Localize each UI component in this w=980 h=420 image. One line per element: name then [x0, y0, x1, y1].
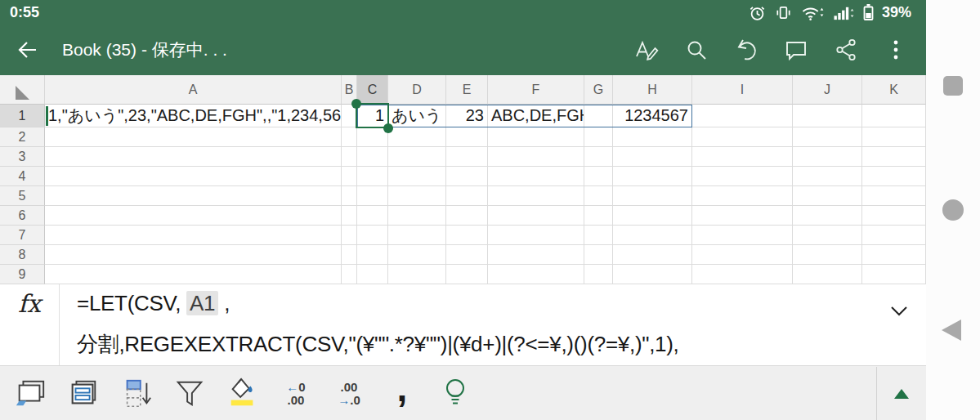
cell-D5[interactable]: [388, 186, 446, 206]
cell-I2[interactable]: [692, 127, 793, 147]
cell-B8[interactable]: [342, 245, 357, 265]
cell-K3[interactable]: [862, 147, 926, 167]
cell-reference-token[interactable]: A1: [186, 291, 218, 315]
cell-F1[interactable]: ABC,DE,FGH: [488, 105, 584, 127]
formula-input[interactable]: =LET(CSV, A1 , 分割,REGEXEXTRACT(CSV,"(¥""…: [77, 284, 878, 365]
cell-H3[interactable]: [613, 147, 692, 167]
cell-A1[interactable]: 1,"あいう",23,"ABC,DE,FGH",,"1,234,567": [45, 105, 342, 127]
cell-H2[interactable]: [613, 127, 692, 147]
cell-C3[interactable]: [357, 147, 388, 167]
cell-K4[interactable]: [862, 167, 926, 186]
cell-K1[interactable]: [862, 105, 926, 127]
cell-F6[interactable]: [488, 206, 584, 226]
cell-F2[interactable]: [488, 127, 584, 147]
cell-F4[interactable]: [488, 167, 584, 186]
formula-bar-collapse-icon[interactable]: [887, 299, 911, 324]
back-arrow-icon[interactable]: [13, 36, 41, 64]
cell-E6[interactable]: [446, 206, 488, 226]
cell-H1[interactable]: 1234567: [613, 105, 692, 127]
cell-D6[interactable]: [388, 206, 446, 226]
comment-icon[interactable]: [782, 36, 810, 64]
cell-G8[interactable]: [584, 245, 613, 265]
cell-I8[interactable]: [692, 245, 793, 265]
cell-C1[interactable]: 1: [357, 105, 388, 127]
cell-J5[interactable]: [793, 186, 862, 206]
sheets-icon[interactable]: [14, 375, 47, 413]
cell-G5[interactable]: [584, 186, 613, 206]
search-icon[interactable]: [682, 36, 710, 64]
cell-D3[interactable]: [388, 147, 446, 167]
row-header-9[interactable]: 9: [0, 265, 45, 284]
cell-H4[interactable]: [613, 167, 692, 186]
cell-H6[interactable]: [613, 206, 692, 226]
cell-D2[interactable]: [388, 127, 446, 147]
cell-D8[interactable]: [388, 245, 446, 265]
cell-E5[interactable]: [446, 186, 488, 206]
column-header-K[interactable]: K: [862, 75, 926, 105]
row-header-3[interactable]: 3: [0, 147, 45, 167]
cell-A4[interactable]: [45, 167, 342, 186]
cell-B6[interactable]: [342, 206, 357, 226]
cell-G3[interactable]: [584, 147, 613, 167]
selection-handle-top-left[interactable]: [351, 99, 361, 109]
font-format-icon[interactable]: [633, 36, 660, 64]
cell-K9[interactable]: [862, 265, 926, 284]
column-header-J[interactable]: J: [793, 75, 862, 105]
formula-bar[interactable]: fx =LET(CSV, A1 , 分割,REGEXEXTRACT(CSV,"(…: [0, 284, 926, 366]
cell-E7[interactable]: [446, 226, 488, 245]
column-header-D[interactable]: D: [388, 75, 446, 105]
selection-handle-bottom-right[interactable]: [383, 123, 393, 133]
recents-button[interactable]: [943, 76, 963, 96]
cell-K6[interactable]: [862, 206, 926, 226]
increase-decimal-icon[interactable]: ←0 .00: [280, 375, 312, 413]
cell-G7[interactable]: [584, 226, 613, 245]
cell-C6[interactable]: [357, 206, 388, 226]
cell-H7[interactable]: [613, 226, 692, 245]
cell-J9[interactable]: [793, 265, 862, 284]
cell-J7[interactable]: [793, 226, 862, 245]
cell-C8[interactable]: [357, 245, 388, 265]
cell-G6[interactable]: [584, 206, 613, 226]
cell-I4[interactable]: [692, 167, 793, 186]
back-button[interactable]: [942, 319, 961, 341]
select-all-corner[interactable]: [0, 75, 45, 105]
cell-C9[interactable]: [357, 265, 388, 284]
row-header-6[interactable]: 6: [0, 206, 45, 226]
cell-I5[interactable]: [692, 186, 793, 206]
cards-icon[interactable]: [67, 375, 100, 413]
cell-B5[interactable]: [342, 186, 357, 206]
row-header-4[interactable]: 4: [0, 167, 45, 186]
column-header-I[interactable]: I: [692, 75, 793, 105]
cell-F5[interactable]: [488, 186, 584, 206]
cell-D7[interactable]: [388, 226, 446, 245]
cell-F7[interactable]: [488, 226, 584, 245]
fill-color-icon[interactable]: [226, 375, 259, 413]
cell-D4[interactable]: [388, 167, 446, 186]
undo-icon[interactable]: [732, 36, 760, 64]
cell-I1[interactable]: [692, 105, 793, 127]
cell-J4[interactable]: [793, 167, 862, 186]
row-header-1[interactable]: 1: [0, 105, 45, 127]
cell-A2[interactable]: [45, 127, 342, 147]
cell-D9[interactable]: [388, 265, 446, 284]
cell-G2[interactable]: [584, 127, 613, 147]
cell-K5[interactable]: [862, 186, 926, 206]
cell-D1[interactable]: あいう: [388, 105, 446, 127]
cell-K8[interactable]: [862, 245, 926, 265]
cell-I7[interactable]: [692, 226, 793, 245]
cell-K2[interactable]: [862, 127, 926, 147]
cell-E4[interactable]: [446, 167, 488, 186]
filter-icon[interactable]: [173, 375, 206, 413]
row-header-5[interactable]: 5: [0, 186, 45, 206]
cell-J1[interactable]: [793, 105, 862, 127]
cell-H9[interactable]: [613, 265, 692, 284]
cell-G9[interactable]: [584, 265, 613, 284]
column-header-F[interactable]: F: [488, 75, 584, 105]
cell-E3[interactable]: [446, 147, 488, 167]
cell-F3[interactable]: [488, 147, 584, 167]
cell-C5[interactable]: [357, 186, 388, 206]
cell-K7[interactable]: [862, 226, 926, 245]
cell-A8[interactable]: [45, 245, 342, 265]
cell-J2[interactable]: [793, 127, 862, 147]
cell-A5[interactable]: [45, 186, 342, 206]
